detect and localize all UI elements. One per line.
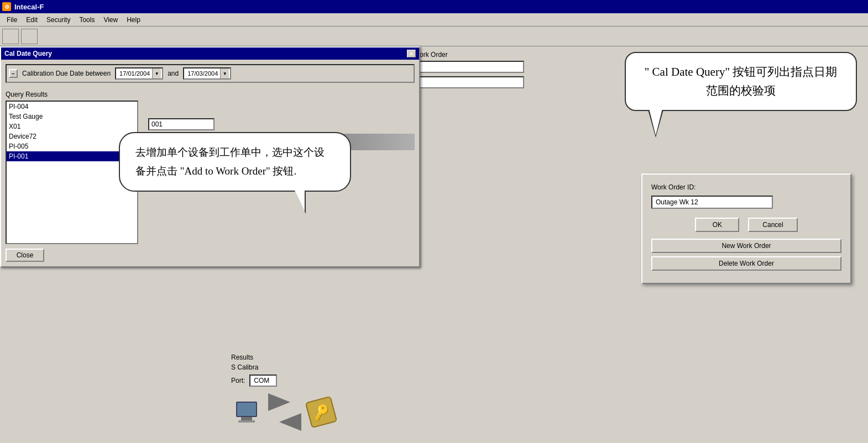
close-button[interactable]: Close (6, 249, 44, 262)
icon-row: 🔑 (231, 393, 864, 431)
date-to-arrow[interactable]: ▼ (220, 68, 229, 78)
monitor-base (238, 420, 255, 423)
toolbar-btn-2[interactable] (21, 29, 38, 44)
menu-file[interactable]: File (2, 15, 22, 25)
delete-work-order-button[interactable]: Delete Work Order (651, 256, 841, 271)
menu-bar: File Edit Security Tools View Help (0, 13, 868, 27)
computer-icon (231, 398, 262, 426)
work-order-id-dialog-body: Work Order ID: OK Cancel New Work Order … (642, 175, 850, 283)
partial-id-field[interactable]: 001 (148, 118, 215, 130)
spacer (148, 91, 415, 118)
app-icon: ⚙ (2, 2, 11, 11)
key-icon: 🔑 (305, 396, 338, 429)
port-value: COM (249, 375, 277, 387)
instruction-text: 去增加单个设备到工作单中，选中这个设备并点击 "Add to Work Orde… (135, 146, 325, 177)
partial-id-value: 001 (151, 120, 163, 128)
list-item[interactable]: Device72 (7, 131, 137, 141)
monitor-screen (236, 402, 257, 417)
menu-view[interactable]: View (99, 15, 122, 25)
new-work-order-button[interactable]: New Work Order (651, 239, 841, 253)
query-listbox[interactable]: PI-004 Test Gauge X01 Device72 PI-005 PI… (6, 101, 138, 244)
close-button-area: Close (6, 249, 138, 262)
dialog-title-bar: Cal Date Query × (1, 48, 419, 60)
list-item[interactable]: PI-004 (7, 102, 137, 112)
app-background: Cal Date Query × − Calibration Due Date … (0, 46, 868, 443)
list-item[interactable]: PI-005 (7, 141, 137, 151)
callout-arrow-inner (649, 109, 662, 135)
collapse-button[interactable]: − (9, 69, 18, 78)
date-from-value: 17/01/2004 (117, 70, 152, 77)
work-order-id-label: Work Order ID: (651, 183, 841, 191)
dialog-close-button[interactable]: × (407, 50, 416, 57)
toolbar-btn-1[interactable] (2, 29, 19, 44)
work-order-id-input[interactable] (651, 196, 773, 209)
menu-tools[interactable]: Tools (75, 15, 99, 25)
dialog-title-text: Cal Date Query (4, 50, 52, 57)
toolbar (0, 27, 868, 46)
work-order-input-2[interactable] (414, 76, 524, 88)
port-row: Port: COM (231, 375, 864, 387)
date-from-dropdown[interactable]: 17/01/2004 ▼ (115, 67, 163, 80)
cancel-button[interactable]: Cancel (748, 218, 797, 232)
menu-edit[interactable]: Edit (22, 15, 42, 25)
arrow-left-icon (268, 413, 301, 431)
date-to-dropdown[interactable]: 17/03/2004 ▼ (183, 67, 231, 80)
port-label: Port: (231, 377, 245, 384)
ok-cancel-row: OK Cancel (651, 218, 841, 232)
menu-security[interactable]: Security (42, 15, 75, 25)
app-title: Intecal-F (14, 3, 44, 11)
callout-top-bubble: " Cal Date Query" 按钮可列出指点日期范围的校验项 (625, 52, 857, 111)
work-order-input-1[interactable] (414, 61, 524, 73)
results-label: Results (231, 354, 864, 361)
menu-help[interactable]: Help (122, 15, 145, 25)
instruction-bubble: 去增加单个设备到工作单中，选中这个设备并点击 "Add to Work Orde… (119, 132, 351, 192)
list-item[interactable]: X01 (7, 122, 137, 131)
date-filter-label: Calibration Due Date between (22, 70, 111, 77)
list-item-selected[interactable]: PI-001 (7, 151, 137, 161)
date-and-label: and (168, 70, 179, 77)
date-to-value: 17/03/2004 (185, 70, 220, 77)
title-bar: ⚙ Intecal-F (0, 0, 868, 13)
callout-top-text: " Cal Date Query" 按钮可列出指点日期范围的校验项 (645, 65, 837, 97)
query-results-label: Query Results (6, 91, 138, 98)
instruction-arrow-inner (295, 191, 305, 212)
arrow-right-icon (268, 393, 301, 411)
work-order-id-dialog: Work Order ID: OK Cancel New Work Order … (641, 173, 851, 284)
ok-button[interactable]: OK (695, 218, 739, 232)
query-results-section: Query Results PI-004 Test Gauge X01 Devi… (6, 91, 138, 262)
list-item[interactable]: Test Gauge (7, 112, 137, 122)
date-from-arrow[interactable]: ▼ (152, 68, 161, 78)
arrow-group (268, 393, 301, 431)
date-filter-row: − Calibration Due Date between 17/01/200… (6, 64, 415, 83)
bottom-section: Results S Calibra Port: COM 🔑 (227, 349, 868, 443)
calibra-partial: S Calibra (231, 363, 864, 371)
